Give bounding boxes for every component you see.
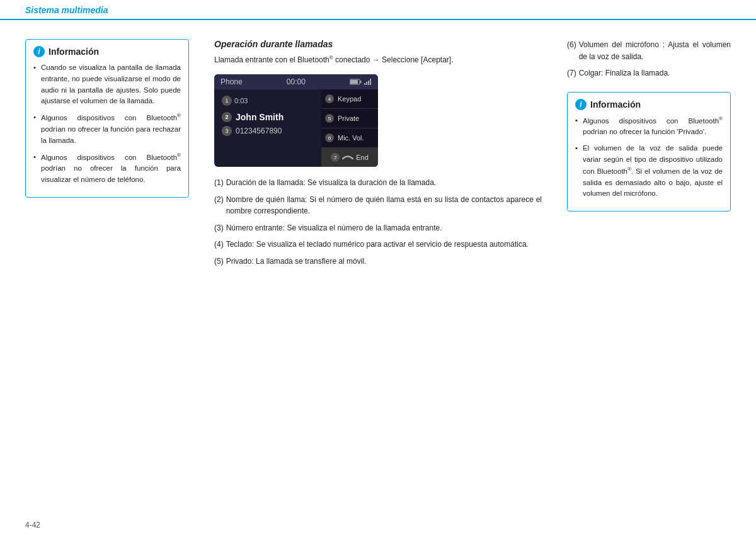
svg-rect-2 — [350, 80, 358, 84]
page-number: 4-42 — [25, 521, 40, 529]
desc-item-4: (4) Teclado: Se visualiza el teclado num… — [214, 239, 542, 251]
caller-name-text: John Smith — [236, 112, 284, 122]
desc-text-3: Número entrante: Se visualiza el número … — [226, 222, 442, 234]
desc-num-4: (4) — [214, 239, 224, 251]
desc-item-3: (3) Número entrante: Se visualiza el núm… — [214, 222, 542, 234]
left-column: i Información Cuando se visualiza la pan… — [25, 39, 202, 273]
phone-body: 1 0:03 2 John Smith 3 01234567890 4 — [214, 89, 378, 167]
micvol-label: Mic. Vol. — [338, 134, 364, 142]
micvol-button[interactable]: 6 Mic. Vol. — [321, 128, 378, 148]
phone-right-panel: 4 Keypad 5 Private 6 Mic. Vol. 7 — [321, 89, 378, 167]
right-desc-item-6: (6) Volumen del micrófono : Ajusta el vo… — [567, 39, 731, 62]
right-info-box: i Información Algunos dispositivos con B… — [567, 92, 731, 212]
svg-rect-6 — [370, 79, 371, 85]
keypad-label: Keypad — [338, 95, 361, 103]
caller-number-text: 01234567890 — [236, 127, 282, 135]
desc-num-5: (5) — [214, 256, 224, 268]
right-desc-text-6: Volumen del micrófono : Ajusta el volume… — [579, 39, 731, 62]
phone-header: Phone 00:00 — [214, 74, 378, 89]
page-footer: 4-42 — [25, 521, 40, 529]
intro-text: Llamada entrante con el Bluetooth® conec… — [214, 54, 542, 65]
end-badge: 7 — [331, 153, 340, 162]
svg-rect-1 — [360, 81, 361, 83]
private-button[interactable]: 5 Private — [321, 109, 378, 128]
right-desc: (6) Volumen del micrófono : Ajusta el vo… — [567, 39, 731, 79]
phone-header-icons — [350, 79, 372, 85]
number-badge: 3 — [222, 126, 232, 136]
duration-value: 0:03 — [234, 97, 248, 104]
page-content: i Información Cuando se visualiza la pan… — [0, 20, 756, 298]
keypad-badge: 4 — [325, 94, 334, 103]
right-info-header: i Información — [575, 99, 723, 110]
phone-header-time: 00:00 — [287, 77, 306, 86]
desc-num-2: (2) — [214, 194, 224, 217]
phone-caller-name: 2 John Smith — [222, 112, 314, 122]
middle-column: Operación durante llamadas Llamada entra… — [202, 39, 554, 273]
info-icon-right: i — [575, 99, 587, 110]
right-desc-item-7: (7) Colgar: Finaliza la llamada. — [567, 67, 731, 79]
desc-text-4: Teclado: Se visualiza el teclado numéric… — [226, 239, 529, 251]
info-icon-left: i — [33, 46, 45, 57]
svg-rect-5 — [368, 81, 369, 85]
phone-duration: 1 0:03 — [222, 96, 314, 106]
left-info-item-1: Cuando se visualiza la pantalla de llama… — [33, 62, 181, 107]
desc-text-1: Duración de la llamada: Se visualiza la … — [226, 177, 437, 189]
end-button[interactable]: 7 End — [321, 148, 378, 167]
right-desc-num-7: (7) — [567, 67, 576, 79]
header-title: Sistema multimedia — [25, 5, 108, 15]
right-info-title: Información — [590, 99, 641, 110]
left-info-title: Información — [49, 47, 99, 57]
phone-left-panel: 1 0:03 2 John Smith 3 01234567890 — [214, 89, 321, 167]
private-badge: 5 — [325, 114, 334, 123]
right-info-item-2: El volumen de la voz de salida puede var… — [575, 143, 723, 200]
header-bar: Sistema multimedia — [0, 0, 756, 20]
left-info-item-2: Algunos dispositivos con Bluetooth® podr… — [33, 112, 181, 146]
right-info-list: Algunos dispositivos con Bluetooth® podr… — [575, 115, 723, 200]
phone-header-title: Phone — [220, 77, 243, 86]
micvol-badge: 6 — [325, 133, 334, 142]
desc-text-2: Nombre de quién llama: Si el número de q… — [226, 194, 542, 217]
left-info-box: i Información Cuando se visualiza la pan… — [25, 39, 189, 198]
phone-ui: Phone 00:00 — [214, 74, 378, 167]
desc-item-1: (1) Duración de la llamada: Se visualiza… — [214, 177, 542, 189]
signal-icon — [364, 79, 372, 85]
right-desc-num-6: (6) — [567, 39, 576, 62]
right-column: (6) Volumen del micrófono : Ajusta el vo… — [554, 39, 731, 273]
desc-item-5: (5) Privado: La llamada se transfiere al… — [214, 256, 542, 268]
desc-item-2: (2) Nombre de quién llama: Si el número … — [214, 194, 542, 217]
end-label: End — [356, 154, 369, 161]
right-desc-text-7: Colgar: Finaliza la llamada. — [579, 67, 670, 79]
name-badge: 2 — [222, 112, 232, 122]
end-call-icon — [342, 154, 353, 161]
left-info-list: Cuando se visualiza la pantalla de llama… — [33, 62, 181, 186]
descriptions: (1) Duración de la llamada: Se visualiza… — [214, 177, 542, 268]
battery-icon — [350, 79, 362, 85]
left-info-header: i Información — [33, 46, 181, 57]
left-info-item-3: Algunos dispositivos con Bluetooth® podr… — [33, 152, 181, 186]
desc-text-5: Privado: La llamada se transfiere al móv… — [226, 256, 367, 268]
private-label: Private — [338, 115, 359, 122]
svg-rect-4 — [366, 82, 367, 85]
desc-num-3: (3) — [214, 222, 224, 234]
right-info-item-1: Algunos dispositivos con Bluetooth® podr… — [575, 115, 723, 138]
section-title: Operación durante llamadas — [214, 39, 542, 49]
svg-rect-3 — [364, 83, 365, 85]
desc-num-1: (1) — [214, 177, 224, 189]
keypad-button[interactable]: 4 Keypad — [321, 89, 378, 109]
phone-caller-number: 3 01234567890 — [222, 126, 314, 136]
duration-badge: 1 — [222, 96, 232, 106]
